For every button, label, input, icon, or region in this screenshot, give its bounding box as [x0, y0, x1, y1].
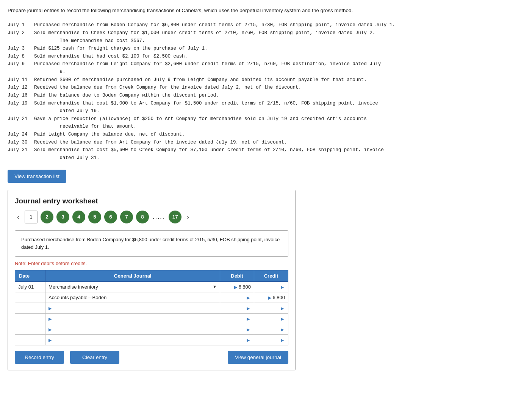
- cell-journal-6[interactable]: ▶: [45, 334, 220, 345]
- view-general-journal-button[interactable]: View general journal: [228, 351, 288, 364]
- cell-debit-5[interactable]: ▶: [220, 324, 254, 334]
- table-row: Accounts payable—Boden ▶ ▶6,800: [15, 292, 288, 303]
- note-text: Note: Enter debits before credits.: [15, 261, 288, 266]
- list-item: July 30 Received the balance due from Ar…: [8, 139, 424, 147]
- page-17[interactable]: 17: [169, 211, 181, 223]
- page-7[interactable]: 7: [120, 211, 133, 223]
- cell-credit-5[interactable]: ▶: [254, 324, 288, 334]
- transaction-description: Purchased merchandise from Boden Company…: [15, 230, 288, 257]
- cell-credit-4[interactable]: ▶: [254, 313, 288, 324]
- col-header-journal: General Journal: [45, 270, 220, 281]
- cell-journal-2[interactable]: Accounts payable—Boden: [45, 292, 220, 303]
- debit-indicator-icon-4: ▶: [247, 317, 250, 321]
- journal-indicator-icon-5: ▶: [49, 327, 52, 332]
- debit-indicator-icon-5: ▶: [247, 327, 250, 332]
- list-item: July 12 Received the balance due from Cr…: [8, 84, 424, 92]
- table-row: ▶ ▶ ▶: [15, 334, 288, 345]
- journal-indicator-icon-4: ▶: [49, 317, 52, 321]
- prev-page-button[interactable]: ‹: [15, 213, 22, 221]
- list-item: July 24 Paid Leight Company the balance …: [8, 131, 424, 139]
- journal-indicator-icon-3: ▶: [49, 306, 52, 311]
- list-item: July 2 Sold merchandise to Creek Company…: [8, 29, 424, 45]
- list-item: July 1 Purchased merchandise from Boden …: [8, 21, 424, 29]
- list-item: July 8 Sold merchandise that had cost $2…: [8, 53, 424, 61]
- cell-journal-3[interactable]: ▶: [45, 303, 220, 313]
- debit-indicator-icon-3: ▶: [247, 306, 250, 311]
- cell-date-3: [15, 303, 45, 313]
- worksheet-title: Journal entry worksheet: [15, 197, 288, 205]
- list-item: July 3 Paid $125 cash for freight charge…: [8, 45, 424, 53]
- table-row: July 01 Merchandise inventory ▼ ▶6,800 ▶: [15, 281, 288, 292]
- credit-indicator-icon-3: ▶: [281, 306, 284, 311]
- table-row: ▶ ▶ ▶: [15, 324, 288, 334]
- list-item: July 21 Gave a price reduction (allowanc…: [8, 115, 424, 131]
- credit-indicator-icon-6: ▶: [281, 338, 284, 342]
- page-4[interactable]: 4: [72, 211, 85, 223]
- cell-journal-4[interactable]: ▶: [45, 313, 220, 324]
- cell-date-5: [15, 324, 45, 334]
- col-header-debit: Debit: [220, 270, 254, 281]
- cell-debit-1[interactable]: ▶6,800: [220, 281, 254, 292]
- list-item: July 16 Paid the balance due to Boden Co…: [8, 92, 424, 100]
- col-header-date: Date: [15, 270, 45, 281]
- intro-text: Prepare journal entries to record the fo…: [8, 7, 424, 14]
- cell-credit-6[interactable]: ▶: [254, 334, 288, 345]
- list-item: July 19 Sold merchandise that cost $1,00…: [8, 100, 424, 115]
- view-transaction-button[interactable]: View transaction list: [8, 170, 66, 183]
- transactions-list: July 1 Purchased merchandise from Boden …: [8, 21, 424, 162]
- clear-entry-button[interactable]: Clear entry: [70, 351, 119, 364]
- cell-debit-2[interactable]: ▶: [220, 292, 254, 303]
- page-6[interactable]: 6: [104, 211, 117, 223]
- credit-indicator-icon-4: ▶: [281, 317, 284, 321]
- accounts-payable-label: Accounts payable—Boden: [49, 295, 106, 300]
- debit-indicator-icon-2: ▶: [247, 295, 250, 300]
- credit-indicator-icon: ▶: [281, 285, 284, 289]
- table-row: ▶ ▶ ▶: [15, 313, 288, 324]
- debit-indicator-icon-6: ▶: [247, 338, 250, 342]
- next-page-button[interactable]: ›: [185, 213, 191, 221]
- journal-indicator-icon-6: ▶: [49, 338, 52, 342]
- cell-credit-1[interactable]: ▶: [254, 281, 288, 292]
- list-item: July 11 Returned $600 of merchandise pur…: [8, 76, 424, 84]
- pagination: ‹ 1 2 3 4 5 6 7 8 ..... 17 ›: [15, 211, 288, 223]
- credit-indicator-icon-2: ▶: [268, 295, 271, 300]
- debit-indicator-icon: ▶: [234, 285, 237, 289]
- cell-date-6: [15, 334, 45, 345]
- list-item: July 9 Purchased merchandise from Leight…: [8, 60, 424, 76]
- page-3[interactable]: 3: [56, 211, 69, 223]
- cell-credit-2[interactable]: ▶6,800: [254, 292, 288, 303]
- table-row: ▶ ▶ ▶: [15, 303, 288, 313]
- cell-date-1: July 01: [15, 281, 45, 292]
- page-dots: .....: [152, 214, 166, 220]
- cell-journal-5[interactable]: ▶: [45, 324, 220, 334]
- record-entry-button[interactable]: Record entry: [15, 351, 64, 364]
- dropdown-arrow-icon[interactable]: ▼: [213, 284, 217, 289]
- credit-indicator-icon-5: ▶: [281, 327, 284, 332]
- bottom-buttons: Record entry Clear entry View general jo…: [15, 351, 288, 364]
- cell-debit-6[interactable]: ▶: [220, 334, 254, 345]
- cell-date-4: [15, 313, 45, 324]
- worksheet-container: Journal entry worksheet ‹ 1 2 3 4 5 6 7 …: [8, 190, 296, 370]
- page-1[interactable]: 1: [25, 211, 38, 223]
- cell-debit-4[interactable]: ▶: [220, 313, 254, 324]
- cell-date-2: [15, 292, 45, 303]
- list-item: July 31 Sold merchandise that cost $5,60…: [8, 146, 424, 162]
- merchandise-inventory-label: Merchandise inventory: [49, 284, 98, 290]
- cell-journal-1[interactable]: Merchandise inventory ▼: [45, 281, 220, 292]
- page-5[interactable]: 5: [88, 211, 101, 223]
- page-8[interactable]: 8: [136, 211, 149, 223]
- cell-debit-3[interactable]: ▶: [220, 303, 254, 313]
- col-header-credit: Credit: [254, 270, 288, 281]
- page-2[interactable]: 2: [41, 211, 53, 223]
- journal-table: Date General Journal Debit Credit July 0…: [15, 270, 288, 345]
- cell-credit-3[interactable]: ▶: [254, 303, 288, 313]
